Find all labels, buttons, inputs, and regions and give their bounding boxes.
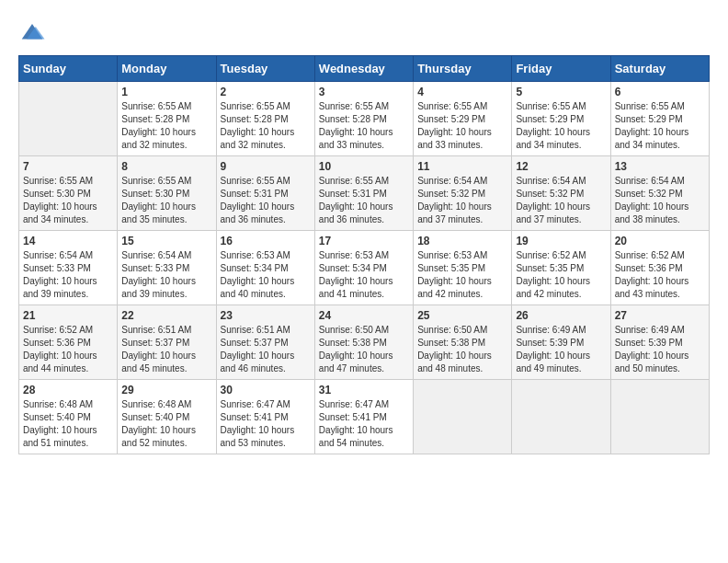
calendar-cell bbox=[512, 380, 610, 454]
day-info: Sunrise: 6:55 AMSunset: 5:29 PMDaylight:… bbox=[615, 100, 705, 152]
day-info: Sunrise: 6:55 AMSunset: 5:31 PMDaylight:… bbox=[319, 175, 409, 226]
calendar-cell: 2Sunrise: 6:55 AMSunset: 5:28 PMDaylight… bbox=[216, 82, 314, 156]
calendar-cell: 23Sunrise: 6:51 AMSunset: 5:37 PMDayligh… bbox=[216, 305, 314, 380]
day-info: Sunrise: 6:55 AMSunset: 5:28 PMDaylight:… bbox=[121, 100, 211, 152]
day-info: Sunrise: 6:50 AMSunset: 5:38 PMDaylight:… bbox=[417, 324, 507, 375]
calendar-cell: 16Sunrise: 6:53 AMSunset: 5:34 PMDayligh… bbox=[216, 231, 314, 305]
day-number: 27 bbox=[615, 309, 705, 322]
day-number: 5 bbox=[516, 86, 606, 98]
calendar-cell: 15Sunrise: 6:54 AMSunset: 5:33 PMDayligh… bbox=[118, 231, 216, 305]
day-number: 24 bbox=[319, 309, 409, 322]
calendar-cell: 3Sunrise: 6:55 AMSunset: 5:28 PMDaylight… bbox=[314, 82, 413, 156]
calendar-cell: 14Sunrise: 6:54 AMSunset: 5:33 PMDayligh… bbox=[19, 231, 118, 305]
day-info: Sunrise: 6:55 AMSunset: 5:28 PMDaylight:… bbox=[319, 100, 409, 152]
day-info: Sunrise: 6:54 AMSunset: 5:33 PMDaylight:… bbox=[23, 249, 113, 301]
day-info: Sunrise: 6:55 AMSunset: 5:31 PMDaylight:… bbox=[221, 175, 311, 226]
calendar-cell: 28Sunrise: 6:48 AMSunset: 5:40 PMDayligh… bbox=[19, 380, 118, 454]
calendar-cell: 21Sunrise: 6:52 AMSunset: 5:36 PMDayligh… bbox=[19, 305, 118, 380]
calendar-cell: 11Sunrise: 6:54 AMSunset: 5:32 PMDayligh… bbox=[414, 156, 512, 231]
week-row-1: 1Sunrise: 6:55 AMSunset: 5:28 PMDaylight… bbox=[19, 82, 710, 156]
day-number: 4 bbox=[417, 86, 507, 98]
calendar-cell: 19Sunrise: 6:52 AMSunset: 5:35 PMDayligh… bbox=[512, 231, 610, 305]
day-info: Sunrise: 6:52 AMSunset: 5:36 PMDaylight:… bbox=[615, 249, 705, 301]
day-info: Sunrise: 6:55 AMSunset: 5:29 PMDaylight:… bbox=[417, 100, 507, 152]
header-day-monday: Monday bbox=[118, 56, 216, 82]
day-info: Sunrise: 6:54 AMSunset: 5:32 PMDaylight:… bbox=[516, 175, 606, 226]
day-number: 17 bbox=[319, 235, 409, 247]
day-number: 2 bbox=[221, 86, 311, 98]
calendar-cell: 9Sunrise: 6:55 AMSunset: 5:31 PMDaylight… bbox=[216, 156, 314, 231]
day-number: 7 bbox=[23, 160, 113, 173]
week-row-5: 28Sunrise: 6:48 AMSunset: 5:40 PMDayligh… bbox=[19, 380, 710, 454]
calendar-header: SundayMondayTuesdayWednesdayThursdayFrid… bbox=[19, 56, 710, 82]
day-info: Sunrise: 6:55 AMSunset: 5:30 PMDaylight:… bbox=[23, 175, 113, 226]
day-number: 6 bbox=[615, 86, 705, 98]
day-info: Sunrise: 6:55 AMSunset: 5:30 PMDaylight:… bbox=[121, 175, 211, 226]
calendar-cell: 25Sunrise: 6:50 AMSunset: 5:38 PMDayligh… bbox=[414, 305, 512, 380]
header-day-tuesday: Tuesday bbox=[216, 56, 314, 82]
day-number: 13 bbox=[615, 160, 705, 173]
day-info: Sunrise: 6:49 AMSunset: 5:39 PMDaylight:… bbox=[615, 324, 705, 375]
day-info: Sunrise: 6:47 AMSunset: 5:41 PMDaylight:… bbox=[221, 398, 311, 450]
day-number: 22 bbox=[121, 309, 211, 322]
calendar-cell: 18Sunrise: 6:53 AMSunset: 5:35 PMDayligh… bbox=[414, 231, 512, 305]
day-info: Sunrise: 6:48 AMSunset: 5:40 PMDaylight:… bbox=[23, 398, 113, 450]
calendar-cell bbox=[19, 82, 118, 156]
day-info: Sunrise: 6:55 AMSunset: 5:28 PMDaylight:… bbox=[221, 100, 311, 152]
day-number: 28 bbox=[23, 384, 113, 396]
day-number: 16 bbox=[221, 235, 311, 247]
day-number: 31 bbox=[319, 384, 409, 396]
header-day-wednesday: Wednesday bbox=[314, 56, 413, 82]
day-info: Sunrise: 6:51 AMSunset: 5:37 PMDaylight:… bbox=[121, 324, 211, 375]
day-number: 11 bbox=[417, 160, 507, 173]
day-info: Sunrise: 6:52 AMSunset: 5:35 PMDaylight:… bbox=[516, 249, 606, 301]
day-info: Sunrise: 6:47 AMSunset: 5:41 PMDaylight:… bbox=[319, 398, 409, 450]
calendar-cell: 12Sunrise: 6:54 AMSunset: 5:32 PMDayligh… bbox=[512, 156, 610, 231]
day-info: Sunrise: 6:54 AMSunset: 5:32 PMDaylight:… bbox=[417, 175, 507, 226]
day-info: Sunrise: 6:51 AMSunset: 5:37 PMDaylight:… bbox=[221, 324, 311, 375]
calendar-cell: 31Sunrise: 6:47 AMSunset: 5:41 PMDayligh… bbox=[314, 380, 413, 454]
day-info: Sunrise: 6:53 AMSunset: 5:34 PMDaylight:… bbox=[221, 249, 311, 301]
week-row-2: 7Sunrise: 6:55 AMSunset: 5:30 PMDaylight… bbox=[19, 156, 710, 231]
logo-icon bbox=[18, 18, 46, 46]
page-header bbox=[18, 18, 710, 46]
day-number: 15 bbox=[121, 235, 211, 247]
calendar-cell: 24Sunrise: 6:50 AMSunset: 5:38 PMDayligh… bbox=[314, 305, 413, 380]
header-row: SundayMondayTuesdayWednesdayThursdayFrid… bbox=[19, 56, 710, 82]
day-number: 3 bbox=[319, 86, 409, 98]
calendar-cell: 17Sunrise: 6:53 AMSunset: 5:34 PMDayligh… bbox=[314, 231, 413, 305]
day-info: Sunrise: 6:55 AMSunset: 5:29 PMDaylight:… bbox=[516, 100, 606, 152]
header-day-friday: Friday bbox=[512, 56, 610, 82]
day-number: 21 bbox=[23, 309, 113, 322]
day-number: 10 bbox=[319, 160, 409, 173]
day-number: 18 bbox=[417, 235, 507, 247]
day-info: Sunrise: 6:53 AMSunset: 5:35 PMDaylight:… bbox=[417, 249, 507, 301]
day-number: 8 bbox=[121, 160, 211, 173]
calendar-cell: 20Sunrise: 6:52 AMSunset: 5:36 PMDayligh… bbox=[610, 231, 709, 305]
day-number: 29 bbox=[121, 384, 211, 396]
day-info: Sunrise: 6:52 AMSunset: 5:36 PMDaylight:… bbox=[23, 324, 113, 375]
day-number: 25 bbox=[417, 309, 507, 322]
calendar-body: 1Sunrise: 6:55 AMSunset: 5:28 PMDaylight… bbox=[19, 82, 710, 454]
calendar-cell: 27Sunrise: 6:49 AMSunset: 5:39 PMDayligh… bbox=[610, 305, 709, 380]
calendar-cell: 6Sunrise: 6:55 AMSunset: 5:29 PMDaylight… bbox=[610, 82, 709, 156]
day-number: 26 bbox=[516, 309, 606, 322]
day-info: Sunrise: 6:54 AMSunset: 5:32 PMDaylight:… bbox=[615, 175, 705, 226]
day-number: 9 bbox=[221, 160, 311, 173]
day-number: 30 bbox=[221, 384, 311, 396]
calendar-cell: 7Sunrise: 6:55 AMSunset: 5:30 PMDaylight… bbox=[19, 156, 118, 231]
day-info: Sunrise: 6:54 AMSunset: 5:33 PMDaylight:… bbox=[121, 249, 211, 301]
day-number: 14 bbox=[23, 235, 113, 247]
day-info: Sunrise: 6:48 AMSunset: 5:40 PMDaylight:… bbox=[121, 398, 211, 450]
calendar-cell: 26Sunrise: 6:49 AMSunset: 5:39 PMDayligh… bbox=[512, 305, 610, 380]
header-day-thursday: Thursday bbox=[414, 56, 512, 82]
calendar-cell: 29Sunrise: 6:48 AMSunset: 5:40 PMDayligh… bbox=[118, 380, 216, 454]
calendar-cell: 30Sunrise: 6:47 AMSunset: 5:41 PMDayligh… bbox=[216, 380, 314, 454]
day-number: 20 bbox=[615, 235, 705, 247]
logo bbox=[18, 18, 50, 46]
day-number: 1 bbox=[121, 86, 211, 98]
calendar-cell: 4Sunrise: 6:55 AMSunset: 5:29 PMDaylight… bbox=[414, 82, 512, 156]
day-number: 19 bbox=[516, 235, 606, 247]
calendar-cell: 22Sunrise: 6:51 AMSunset: 5:37 PMDayligh… bbox=[118, 305, 216, 380]
calendar-table: SundayMondayTuesdayWednesdayThursdayFrid… bbox=[18, 55, 710, 454]
